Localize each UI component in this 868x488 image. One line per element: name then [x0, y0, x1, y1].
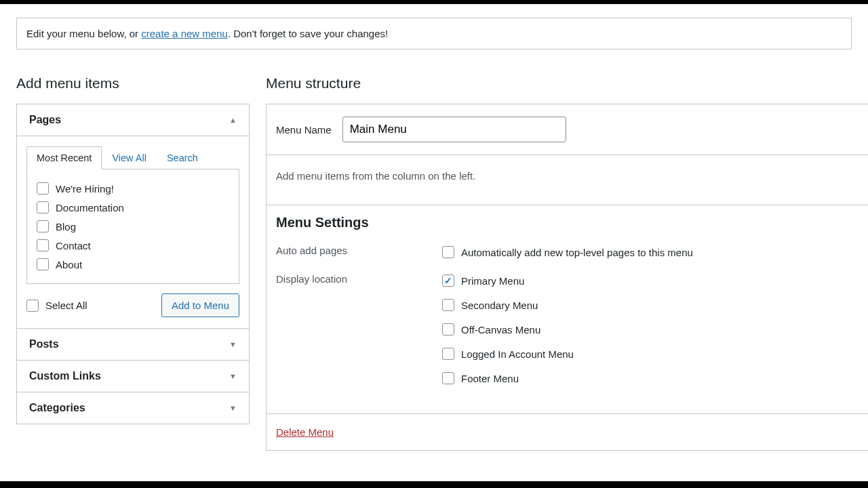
display-location-option[interactable]: Off-Canvas Menu — [442, 320, 574, 339]
list-item[interactable]: Documentation — [37, 198, 229, 217]
accordion-label: Categories — [29, 402, 85, 414]
checkbox-icon[interactable] — [442, 274, 454, 287]
accordion-categories[interactable]: Categories ▼ — [17, 392, 249, 424]
list-item[interactable]: Contact — [37, 236, 229, 255]
accordion-custom-links[interactable]: Custom Links ▼ — [17, 360, 249, 392]
display-location-option[interactable]: Logged In Account Menu — [442, 344, 574, 363]
accordion-pages[interactable]: Pages ▲ — [17, 104, 249, 136]
instruction-notice: Edit your menu below, or create a new me… — [16, 18, 852, 49]
menu-name-input[interactable] — [342, 117, 566, 142]
checkbox-icon[interactable] — [37, 239, 49, 251]
pages-body: Most Recent View All Search We're Hiring… — [17, 136, 249, 328]
tab-search[interactable]: Search — [157, 146, 208, 169]
tab-view-all[interactable]: View All — [102, 146, 157, 169]
tab-most-recent[interactable]: Most Recent — [26, 146, 102, 169]
auto-add-label: Auto add pages — [276, 243, 442, 256]
accordion-label: Custom Links — [29, 370, 101, 382]
delete-menu-link[interactable]: Delete Menu — [276, 426, 334, 438]
accordion-label: Posts — [29, 338, 59, 350]
add-items-title: Add menu items — [16, 75, 250, 92]
display-location-label: Display location — [276, 271, 442, 285]
display-location-option[interactable]: Secondary Menu — [442, 296, 574, 314]
create-new-menu-link[interactable]: create a new menu — [141, 28, 228, 39]
menu-settings-title: Menu Settings — [276, 215, 859, 230]
caret-down-icon: ▼ — [229, 340, 237, 348]
display-location-option[interactable]: Primary Menu — [442, 271, 574, 290]
notice-prefix: Edit your menu below, or — [26, 28, 141, 39]
checkbox-icon[interactable] — [37, 201, 49, 214]
caret-up-icon: ▲ — [229, 116, 237, 124]
checkbox-icon[interactable] — [442, 348, 454, 360]
add-to-menu-button[interactable]: Add to Menu — [161, 293, 239, 317]
auto-add-option[interactable]: Automatically add new top-level pages to… — [442, 243, 693, 262]
checkbox-icon[interactable] — [442, 299, 454, 311]
accordion-label: Pages — [29, 114, 61, 126]
checkbox-icon[interactable] — [37, 258, 49, 270]
checkbox-icon[interactable] — [37, 182, 49, 195]
menu-edit-panel: Menu Name Add menu items from the column… — [266, 104, 868, 451]
accordion-posts[interactable]: Posts ▼ — [17, 328, 249, 360]
menu-body-hint: Add menu items from the column on the le… — [267, 155, 868, 205]
checkbox-icon[interactable] — [26, 300, 39, 312]
caret-down-icon: ▼ — [229, 404, 237, 412]
menu-header: Menu Name — [267, 104, 868, 155]
checkbox-icon[interactable] — [442, 246, 454, 258]
list-item[interactable]: We're Hiring! — [37, 179, 229, 198]
select-all[interactable]: Select All — [26, 300, 87, 312]
checkbox-icon[interactable] — [442, 372, 454, 384]
add-items-panel: Pages ▲ Most Recent View All Search We'r… — [16, 104, 250, 424]
list-item[interactable]: About — [37, 255, 229, 274]
notice-suffix: . Don't forget to save your changes! — [228, 28, 388, 39]
pages-list: We're Hiring! Documentation Blog Contact… — [26, 169, 239, 284]
checkbox-icon[interactable] — [442, 323, 454, 336]
menu-settings: Menu Settings Auto add pages Automatical… — [267, 205, 868, 414]
list-item[interactable]: Blog — [37, 217, 229, 236]
menu-name-label: Menu Name — [276, 124, 332, 136]
display-location-option[interactable]: Footer Menu — [442, 369, 574, 388]
caret-down-icon: ▼ — [229, 372, 237, 380]
menu-structure-title: Menu structure — [266, 75, 868, 92]
checkbox-icon[interactable] — [37, 220, 49, 232]
